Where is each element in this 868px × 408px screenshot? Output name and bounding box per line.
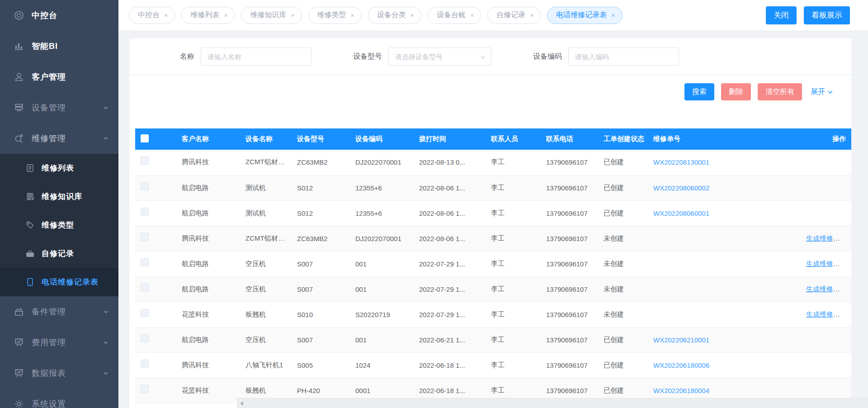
- sidebar-item-label: 自修记录: [42, 248, 74, 259]
- tab[interactable]: 维修类型 ×: [308, 7, 362, 24]
- model-select[interactable]: [388, 47, 491, 66]
- generate-work-order-link[interactable]: 生成维修工单: [806, 260, 847, 267]
- tab-close-icon[interactable]: ×: [611, 12, 615, 19]
- clear-all-button[interactable]: 清空所有: [758, 83, 802, 100]
- chevron-down-icon: [103, 309, 108, 314]
- tab[interactable]: 电话维修记录表 ×: [547, 7, 622, 24]
- sidebar-item-console[interactable]: 中控台: [0, 0, 118, 31]
- column-header-call-time: 拨打时间: [415, 128, 486, 150]
- sidebar-item-label: 维修管理: [32, 133, 66, 144]
- sidebar-item-devices[interactable]: 设备管理: [0, 92, 118, 123]
- sidebar-item-knowledge-base[interactable]: 维修知识库: [0, 182, 118, 211]
- cell-status: 已创建: [599, 175, 649, 200]
- sidebar-item-repair-types[interactable]: 维修类型: [0, 211, 118, 239]
- column-header-phone: 联系电话: [542, 128, 599, 150]
- cell-customer: 腾讯科技: [177, 352, 241, 378]
- sidebar-item-repairs[interactable]: 维修管理: [0, 123, 118, 154]
- row-checkbox[interactable]: [141, 360, 149, 368]
- tab-close-icon[interactable]: ×: [291, 12, 294, 19]
- cell-code: 12355+6: [351, 200, 415, 226]
- repair-order-link[interactable]: WX202206210001: [653, 336, 709, 344]
- tab[interactable]: 设备台账 ×: [428, 7, 481, 24]
- code-input[interactable]: [568, 47, 679, 66]
- scroll-left-icon[interactable]: [240, 401, 243, 406]
- generate-work-order-link[interactable]: 生成维修工单: [806, 310, 847, 318]
- tab-label: 电话维修记录表: [556, 10, 607, 20]
- repair-order-link[interactable]: WX202208060002: [653, 184, 709, 192]
- tab-label: 设备分类: [377, 10, 406, 20]
- row-checkbox[interactable]: [141, 157, 149, 165]
- toolbox-icon: [14, 306, 24, 317]
- tab[interactable]: 维修列表 ×: [181, 7, 235, 24]
- table-row: 航启电路 空压机 S007 001 2022-06-21 1... 李工 137…: [135, 327, 851, 352]
- tab-close-icon[interactable]: ×: [351, 12, 354, 19]
- cell-contact: 李工: [486, 226, 542, 251]
- tab[interactable]: 中控台 ×: [129, 7, 175, 24]
- sidebar-item-system-settings[interactable]: 系统设置: [0, 389, 118, 408]
- horizontal-scrollbar[interactable]: [237, 398, 868, 408]
- cell-order-no: [649, 302, 802, 327]
- sidebar-item-self-repair[interactable]: 自修记录: [0, 239, 118, 268]
- cell-device: 板翘机: [241, 302, 292, 327]
- cell-order-no: WX202208130001: [649, 150, 802, 175]
- repair-order-link[interactable]: WX202206180006: [653, 361, 709, 369]
- table-header: 客户名称 设备名称 设备型号 设备编码 拨打时间 联系人员 联系电话 工单创建状…: [135, 128, 851, 150]
- row-checkbox[interactable]: [141, 334, 149, 342]
- sidebar-item-bi[interactable]: 智能BI: [0, 31, 118, 62]
- table-row: 腾讯科技 ZCMT铝材切... ZC63MB2 DJ2022070001 202…: [135, 150, 851, 175]
- sidebar-item-expenses[interactable]: 费用管理: [0, 327, 118, 358]
- cell-customer: 航启电路: [177, 251, 241, 276]
- column-header-customer: 客户名称: [177, 128, 241, 150]
- chevron-down-icon: [103, 105, 108, 110]
- table-row: 腾讯科技 八轴飞针机1 S005 1024 2022-06-18 1... 李工…: [135, 352, 851, 378]
- repair-order-link[interactable]: WX202208060001: [653, 209, 709, 217]
- tab[interactable]: 设备分类 ×: [368, 7, 421, 24]
- code-field-group: 设备编码: [533, 47, 679, 66]
- row-checkbox[interactable]: [141, 258, 149, 266]
- repair-order-link[interactable]: WX202206180004: [653, 387, 709, 394]
- board-display-button[interactable]: 看板展示: [804, 6, 850, 24]
- tab-close-icon[interactable]: ×: [470, 12, 474, 19]
- sidebar-item-spare-parts[interactable]: 备件管理: [0, 296, 118, 327]
- row-checkbox[interactable]: [141, 233, 149, 241]
- name-input[interactable]: [201, 47, 311, 66]
- cell-status: 已创建: [599, 352, 649, 378]
- row-checkbox[interactable]: [141, 385, 149, 393]
- expand-toggle[interactable]: 展开: [811, 87, 833, 97]
- sidebar-item-label: 费用管理: [32, 337, 66, 348]
- topbar-actions: 关闭 看板展示: [766, 6, 850, 24]
- cell-device: 空压机: [241, 327, 292, 352]
- cell-phone: 13790696107: [542, 150, 599, 175]
- repair-order-link[interactable]: WX202208130001: [653, 158, 709, 166]
- tab-close-icon[interactable]: ×: [530, 12, 533, 19]
- generate-work-order-link[interactable]: 生成维修工单: [806, 285, 847, 293]
- delete-button[interactable]: 删除: [721, 83, 751, 100]
- tab-bar: 中控台 × 维修列表 × 维修知识库 × 维修类型 × 设备分类 × 设备台账 …: [129, 7, 623, 24]
- sidebar-item-label: 维修类型: [42, 220, 74, 230]
- cell-status: 未创建: [599, 276, 649, 302]
- sidebar-item-repair-list[interactable]: 维修列表: [0, 154, 118, 182]
- row-checkbox[interactable]: [141, 182, 149, 190]
- cell-actions: 生成维修工单: [802, 226, 851, 251]
- row-checkbox[interactable]: [141, 208, 149, 216]
- tab-close-icon[interactable]: ×: [224, 12, 227, 19]
- cell-customer: 腾讯科技: [177, 226, 241, 251]
- sidebar-item-customers[interactable]: 客户管理: [0, 62, 118, 92]
- table-row: 航启电路 测试机 S012 12355+6 2022-08-06 1... 李工…: [135, 200, 851, 226]
- tab-close-icon[interactable]: ×: [164, 12, 168, 19]
- generate-work-order-link[interactable]: 生成维修工单: [806, 234, 847, 242]
- select-all-checkbox[interactable]: [141, 134, 149, 142]
- sidebar-item-label: 电话维修记录表: [42, 277, 99, 287]
- row-checkbox[interactable]: [141, 284, 149, 292]
- row-checkbox[interactable]: [141, 309, 149, 317]
- cell-model: S007: [292, 251, 351, 276]
- tab-close-icon[interactable]: ×: [410, 12, 414, 19]
- sidebar-item-reports[interactable]: 数据报表: [0, 358, 118, 389]
- tab[interactable]: 自修记录 ×: [487, 7, 541, 24]
- sidebar-item-phone-repair-records[interactable]: 电话维修记录表: [0, 268, 118, 296]
- tab[interactable]: 维修知识库 ×: [241, 7, 302, 24]
- close-button[interactable]: 关闭: [766, 6, 797, 24]
- dashboard-icon: [14, 10, 24, 21]
- search-button[interactable]: 搜索: [684, 83, 714, 100]
- column-header-status: 工单创建状态: [599, 128, 649, 150]
